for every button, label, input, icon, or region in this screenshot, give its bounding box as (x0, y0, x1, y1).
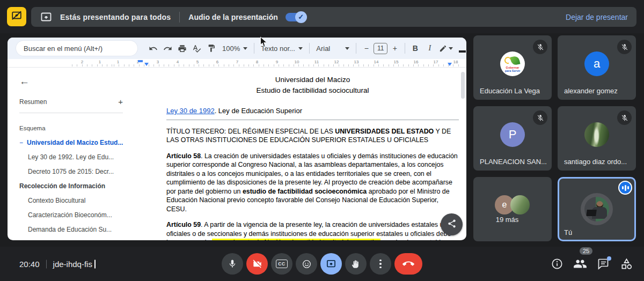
ruler-number: 1 (117, 60, 119, 64)
ruler-number: 16 (414, 60, 419, 64)
more-options-button[interactable] (370, 253, 391, 275)
text-color-button[interactable] (455, 41, 466, 55)
document-title-line1: Universidad del Macizo (166, 75, 459, 85)
presentation-off-chip[interactable] (7, 7, 26, 26)
share-fab-button[interactable] (441, 213, 463, 235)
people-icon (573, 257, 587, 271)
docs-scrollbar-thumb[interactable] (461, 72, 465, 99)
participant-name: alexander gomez (564, 87, 618, 95)
avatar: P (500, 122, 525, 147)
outline-item[interactable]: Ley 30 de 1992. Ley de Edu... (19, 153, 123, 161)
law-link[interactable]: Ley 30 de 1992 (166, 107, 215, 115)
redo-button[interactable] (160, 41, 175, 55)
participants-count-badge: 25 (580, 247, 592, 255)
ruler-ticks (114, 64, 462, 66)
outline-item[interactable]: Recolección de Información (19, 182, 123, 190)
add-summary-button[interactable]: + (118, 97, 123, 106)
close-outline-button[interactable]: ← (19, 76, 123, 86)
paint-format-button[interactable] (204, 41, 218, 55)
end-call-button[interactable] (394, 253, 422, 275)
toggle-check-icon: ✓ (295, 11, 307, 23)
left-indent-marker[interactable] (144, 63, 149, 66)
document-outline-sidebar: ← Resumen + Esquema −Universidad del Mac… (8, 68, 133, 240)
toolbar-separator (405, 43, 405, 54)
clock-time: 20:40 (19, 260, 40, 269)
undo-button[interactable] (146, 41, 160, 55)
raise-hand-button[interactable] (345, 253, 367, 275)
mic-button[interactable] (222, 253, 243, 275)
docs-menu-search-input[interactable]: Buscar en el menú (Alt+/) (16, 41, 137, 56)
font-size-input[interactable]: 11 (374, 43, 387, 54)
hand-icon (351, 259, 361, 269)
decrease-font-size-button[interactable]: − (359, 41, 374, 55)
mic-muted-icon (617, 40, 632, 54)
document-page[interactable]: Universidad del Macizo Estudio de factib… (133, 68, 466, 240)
outline-heading: Esquema (19, 125, 123, 131)
share-icon (447, 219, 457, 231)
end-call-icon (402, 258, 414, 270)
ruler-number: 18 (453, 60, 458, 64)
meeting-details-button[interactable] (550, 257, 564, 271)
dropdown-arrow-icon (243, 47, 247, 50)
overflow-count-label: 19 más (473, 216, 541, 224)
print-button[interactable] (175, 41, 189, 55)
italic-button[interactable]: I (422, 41, 437, 55)
more-options-icon (379, 260, 382, 269)
ruler-number: 5 (196, 60, 199, 64)
text-color-icon (459, 50, 466, 53)
participant-name: Tú (564, 228, 572, 236)
ruler-number: 2 (81, 60, 83, 64)
presenting-banner: Estás presentando para todos Audio de la… (31, 7, 636, 27)
divider (46, 260, 47, 268)
docs-toolbar: Buscar en el menú (Alt+/) 100% Texto nor… (8, 38, 466, 59)
participant-name: santiago diaz ordo... (564, 158, 627, 166)
participant-tile[interactable]: Gobernar para Servir Educación La Vega (473, 35, 552, 100)
outline-item[interactable]: Caracterización Bioeconóm... (19, 211, 123, 219)
overflow-participants-tile[interactable]: e 19 más (473, 177, 552, 241)
ruler-number: 15 (394, 60, 399, 64)
highlighted-text: convenio entre la Nación y la entidad te… (212, 239, 381, 240)
logo-text: para Servir (505, 69, 521, 72)
zoom-select[interactable]: 100% (218, 41, 251, 55)
toolbar-separator (254, 43, 254, 54)
self-tile[interactable]: Tú (558, 177, 636, 241)
dropdown-arrow-icon (298, 47, 303, 50)
camera-off-button[interactable] (246, 253, 268, 275)
spellcheck-button[interactable] (189, 41, 204, 55)
ruler-number: 6 (216, 60, 218, 64)
pen-tool-button[interactable] (437, 41, 455, 55)
paragraph-titulo-tercero: TÍTULO TERCERO: DEL RÉGIMEN ESPECIAL DE … (166, 127, 459, 145)
participants-button[interactable]: 25 (573, 257, 587, 271)
stop-presenting-button[interactable]: Dejar de presentar (566, 13, 628, 21)
participant-tile[interactable]: santiago diaz ordo... (558, 106, 636, 171)
meet-bottom-bar: 20:40 jde-ihdq-fis CC (0, 247, 644, 281)
outline-item[interactable]: Decreto 1075 de 2015: Decr... (19, 168, 123, 175)
logo-leaf-icon (510, 56, 521, 66)
info-icon (551, 257, 564, 270)
participant-tile[interactable]: a alexander gomez (558, 35, 636, 100)
outline-item[interactable]: Contexto Biocultural (19, 197, 123, 204)
chat-button[interactable] (596, 257, 610, 271)
presenting-label: Estás presentando para todos (60, 13, 171, 21)
bold-button[interactable]: B (408, 41, 422, 55)
reactions-button[interactable] (296, 253, 317, 275)
font-select[interactable]: Arial (312, 41, 353, 55)
paragraph-style-select[interactable]: Texto nor... (257, 41, 306, 55)
ruler-number: 14 (374, 60, 379, 64)
captions-button[interactable]: CC (271, 253, 292, 275)
outline-item[interactable]: −Universidad del Macizo Estud... (19, 139, 123, 146)
participant-tile[interactable]: P PLANEACION SAN... (473, 106, 552, 171)
activities-button[interactable] (619, 257, 633, 271)
presentation-audio-toggle[interactable]: ✓ (286, 13, 306, 21)
paragraph-articulo-58: Artículo 58. La creación de universidade… (166, 152, 459, 214)
search-placeholder: Buscar en el menú (Alt+/) (24, 45, 103, 53)
outline-item[interactable]: Demanda de Educación Su... (19, 226, 123, 233)
right-indent-marker[interactable] (448, 63, 452, 66)
meeting-code: jde-ihdq-fis (53, 260, 92, 269)
avatar (584, 197, 609, 221)
first-line-indent-marker[interactable] (138, 60, 143, 62)
present-screen-button[interactable] (320, 253, 342, 275)
paragraph-articulo-59: Artículo 59. A partir de la vigencia de … (166, 220, 459, 240)
increase-font-size-button[interactable]: + (387, 41, 402, 55)
dropdown-arrow-icon (449, 47, 453, 50)
